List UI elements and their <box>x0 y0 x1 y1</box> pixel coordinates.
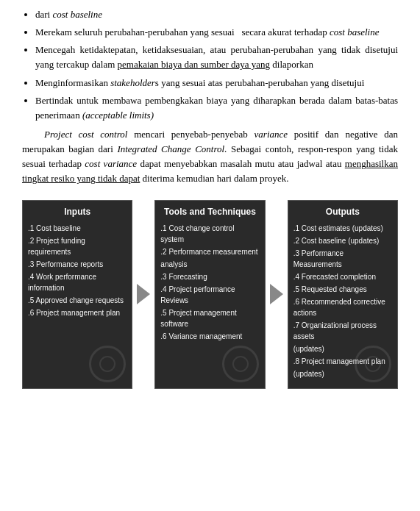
arrow-right-icon-2 <box>270 284 283 304</box>
main-paragraph: Project cost control mencari penyebab-pe… <box>22 127 398 187</box>
outputs-list-item: .4 Forecasted completion <box>293 271 392 282</box>
inputs-list: .1 Cost baseline.2 Project funding requi… <box>28 223 127 318</box>
bullet-list: dari cost baseline Merekam seluruh perub… <box>22 7 398 123</box>
bullet-item-5: Bertindak untuk membawa pembengkakan bia… <box>35 93 398 123</box>
watermark-inner-tools <box>232 356 249 372</box>
outputs-list-item: .7 Organizational process assets <box>293 320 392 342</box>
diagram-section: Inputs .1 Cost baseline.2 Project fundin… <box>22 200 398 389</box>
icc-ref: Integrated Change Control <box>117 143 224 154</box>
inputs-list-item: .6 Project management plan <box>28 307 127 318</box>
arrow-2 <box>266 200 288 389</box>
stakeholder-ref: stakeholder <box>110 77 155 88</box>
bullet-item-4: Menginformasikan stakeholders yang sesua… <box>35 76 398 90</box>
inputs-title: Inputs <box>28 207 127 217</box>
main-content: dari cost baseline Merekam seluruh perub… <box>22 7 398 187</box>
diagram-boxes: Inputs .1 Cost baseline.2 Project fundin… <box>22 200 398 389</box>
tools-list-item: .3 Forecasting <box>160 271 259 282</box>
outputs-box: Outputs .1 Cost estimates (updates).2 Co… <box>288 200 398 389</box>
variance-ref: variance <box>255 129 288 140</box>
bullet-item-2: Merekam seluruh perubahan-perubahan yang… <box>35 25 398 40</box>
outputs-title: Outputs <box>293 207 392 217</box>
tools-list-item: .5 Project management software <box>160 307 259 329</box>
outputs-list-item: .2 Cost baseline (updates) <box>293 235 392 246</box>
tools-list-item: .4 Project performance Reviews <box>160 284 259 306</box>
arrow-1 <box>132 200 154 389</box>
cost-variance-ref: cost variance <box>85 158 137 169</box>
inputs-list-item: .1 Cost baseline <box>28 223 127 234</box>
watermark-inner-inputs <box>99 356 115 372</box>
inputs-list-item: .3 Performance reports <box>28 259 127 270</box>
tools-list-item: analysis <box>160 259 259 270</box>
acceptable-limits-ref: (acceptable limits) <box>82 110 154 121</box>
outputs-list-item: .6 Recommended corrective actions <box>293 296 392 318</box>
inputs-box: Inputs .1 Cost baseline.2 Project fundin… <box>22 200 132 389</box>
highlight-text-1: pemakaian biaya dan sumber daya yang <box>118 59 271 70</box>
project-cost-control-ref: Project cost control <box>44 129 127 140</box>
tools-list-item: .1 Cost change control system <box>160 223 259 245</box>
bullet-item-3: Mencegah ketidaktepatan, ketidaksesuaian… <box>35 43 398 72</box>
tools-title: Tools and Techniques <box>160 207 259 217</box>
outputs-list-item: .5 Requested changes <box>293 284 392 295</box>
watermark-inner-outputs <box>365 356 381 372</box>
tools-box: Tools and Techniques .1 Cost change cont… <box>154 200 265 389</box>
inputs-list-item: .5 Approved change requests <box>28 295 127 306</box>
tools-list-item: .2 Performance measurement <box>160 246 259 257</box>
inputs-list-item: .2 Project funding requirements <box>28 235 127 257</box>
bullet-item-1: dari cost baseline <box>35 7 398 22</box>
outputs-list-item: .1 Cost estimates (updates) <box>293 223 392 234</box>
highlight-text-2: menghasilkan tingkat resiko yang tidak d… <box>22 158 398 184</box>
cost-baseline-ref1: cost baseline <box>52 9 102 20</box>
cost-baseline-ref2: cost baseline <box>330 26 380 37</box>
outputs-list-item: .3 Performance Measurements <box>293 248 392 270</box>
tools-list: .1 Cost change control system.2 Performa… <box>160 223 259 342</box>
tools-list-item: .6 Variance management <box>160 331 259 342</box>
inputs-list-item: .4 Work performance information <box>28 271 127 293</box>
arrow-right-icon-1 <box>137 284 150 304</box>
